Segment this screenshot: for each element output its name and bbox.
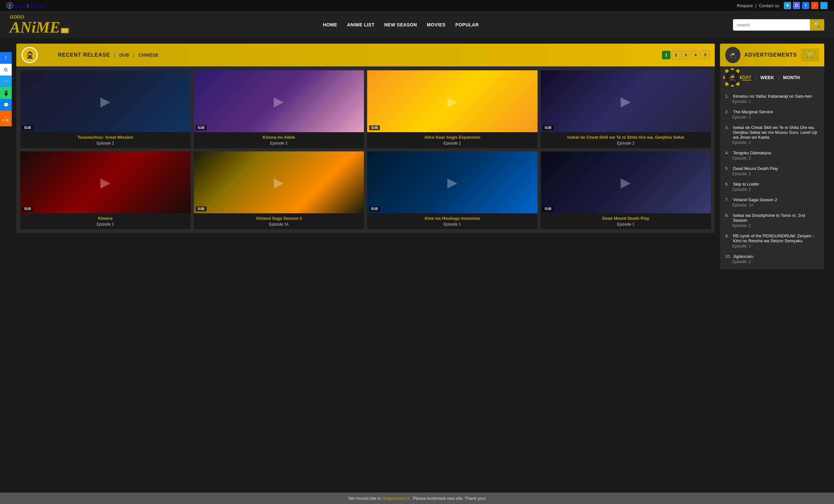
anime-episode: Episode 1 bbox=[541, 222, 711, 229]
pop-item-number: 10. bbox=[725, 254, 732, 259]
anime-card[interactable]: ▶ SUB Vinland Saga Season 2 Episode 14 bbox=[194, 152, 364, 229]
thumb-placeholder: ▶ bbox=[447, 175, 457, 190]
pop-item-title[interactable]: Vinland Saga Season 2 bbox=[733, 197, 777, 202]
list-item: 9. RE:cycle of the PENGUINDRUM: Zenpen -… bbox=[725, 231, 819, 251]
pop-item-title[interactable]: RE:cycle of the PENGUINDRUM: Zenpen - Ki… bbox=[733, 233, 819, 243]
pop-item-number: 7. bbox=[725, 197, 732, 202]
pop-item-header: 6. Skip to Loafer bbox=[725, 182, 819, 187]
search-button[interactable]: 🔍 bbox=[810, 19, 824, 30]
nav-animelist[interactable]: ANIME LIST bbox=[347, 22, 374, 27]
facebook-icon[interactable]: f bbox=[802, 2, 809, 9]
pop-item-header: 4. Tengoku Daimakyou bbox=[725, 151, 819, 155]
ads-mascot: 🥷 bbox=[725, 47, 741, 63]
pop-item-episode: Episode: 14 bbox=[732, 203, 753, 207]
main-nav: HOME ANIME LIST NEW SEASON MOVIES POPULA… bbox=[323, 22, 479, 27]
signup-link[interactable]: Sign up bbox=[30, 3, 45, 8]
right-panel: 🥷 ADVERTISEMENTS ⚔️ 🥷 DAY | WEEK | MONTH bbox=[720, 44, 824, 270]
twitter-icon[interactable]: 🐦 bbox=[820, 2, 828, 9]
pop-item-number: 1. bbox=[725, 94, 732, 99]
tab-week[interactable]: WEEK bbox=[760, 75, 774, 80]
tab-chinese[interactable]: CHINESE bbox=[138, 52, 158, 58]
anime-thumbnail: ▶ SUB bbox=[20, 70, 191, 132]
pagination: 1 2 3 4 5 bbox=[662, 51, 709, 59]
anime-episode: Episode 2 bbox=[367, 141, 537, 148]
anime-title: Vinland Saga Season 2 bbox=[194, 213, 364, 222]
whatsapp-sidebar-icon[interactable]: 📱 bbox=[0, 87, 12, 99]
popularity-section: 🥷 DAY | WEEK | MONTH 1. Kimetsu no Yaiba… bbox=[720, 66, 824, 270]
pop-item-title[interactable]: Tengoku Daimakyou bbox=[733, 151, 771, 155]
pop-item-episode: Episode: 1 bbox=[732, 244, 751, 248]
list-item: 7. Vinland Saga Season 2 Episode: 14 bbox=[725, 195, 819, 210]
divider1: | bbox=[114, 52, 115, 58]
telegram-icon[interactable]: ✈ bbox=[784, 2, 791, 9]
thumb-placeholder: ▶ bbox=[100, 175, 110, 190]
tab-day[interactable]: DAY bbox=[742, 74, 751, 81]
reddit-icon[interactable]: r bbox=[811, 2, 818, 9]
pop-item-title[interactable]: Isekai wa Smartphone to Tomo ni. 2nd Sea… bbox=[733, 213, 819, 223]
logo[interactable]: GOGO ANiME TV bbox=[10, 14, 69, 35]
page-3[interactable]: 3 bbox=[682, 51, 690, 59]
thumb-placeholder: ▶ bbox=[621, 94, 631, 109]
separator: | bbox=[27, 3, 28, 8]
pop-item-episode: Episode: 2 bbox=[732, 187, 751, 192]
nav-newseason[interactable]: NEW SEASON bbox=[385, 22, 417, 27]
share-sidebar-item[interactable]: + 6.3K bbox=[0, 111, 12, 126]
pop-item-episode-wrapper: Episode: 1 bbox=[725, 171, 819, 176]
thumb-placeholder: ▶ bbox=[273, 94, 284, 109]
sub-badge: SUB bbox=[22, 206, 33, 211]
page-2[interactable]: 2 bbox=[672, 51, 680, 59]
list-item: 1. Kimetsu no Yaiba: Katanakaji no Sato-… bbox=[725, 91, 819, 107]
share-count: 6.3K bbox=[3, 118, 9, 122]
contact-link[interactable]: Contact us bbox=[759, 3, 779, 8]
anime-thumbnail: ▶ SUB bbox=[20, 152, 191, 213]
pop-item-header: 8. Isekai wa Smartphone to Tomo ni. 2nd … bbox=[725, 213, 819, 223]
facebook-sidebar-icon[interactable]: f bbox=[0, 52, 12, 64]
pop-item-title[interactable]: Jigokuraku bbox=[733, 254, 753, 259]
nav-movies[interactable]: MOVIES bbox=[427, 22, 445, 27]
popularity-tabs: DAY | WEEK | MONTH bbox=[742, 74, 800, 81]
anime-title: Isekai de Cheat Skill wo Te ni Shita Ore… bbox=[541, 132, 711, 141]
request-link[interactable]: Request bbox=[737, 3, 752, 8]
pop-item-episode: Episode: 1 bbox=[732, 99, 751, 104]
pop-item-episode-wrapper: Episode: 2 bbox=[725, 155, 819, 161]
anime-thumbnail: ▶ SUB bbox=[194, 70, 364, 132]
search-input[interactable] bbox=[733, 20, 810, 30]
anime-card[interactable]: ▶ SUB Isekai de Cheat Skill wo Te ni Shi… bbox=[541, 70, 711, 148]
anime-card[interactable]: ▶ SUB Kimi wa Houkago Insomnia Episode 1 bbox=[367, 152, 537, 229]
pop-divider2: | bbox=[778, 75, 779, 80]
twitter-sidebar-icon[interactable]: 🐦 bbox=[0, 75, 12, 87]
page-5[interactable]: 5 bbox=[701, 51, 709, 59]
user-icon: 👤 bbox=[6, 2, 13, 9]
discord-icon[interactable]: D bbox=[793, 2, 800, 9]
pop-item-episode-wrapper: Episode: 2 bbox=[725, 140, 819, 145]
pop-item-title[interactable]: Dead Mount Death Play bbox=[733, 166, 778, 171]
anime-episode: Episode 2 bbox=[20, 141, 191, 148]
popularity-header: 🥷 DAY | WEEK | MONTH bbox=[720, 66, 824, 89]
tab-dub[interactable]: DUB bbox=[119, 52, 129, 58]
pop-item-title[interactable]: Isekai de Cheat Skill wo Te ni Shita Ore… bbox=[733, 125, 819, 140]
pop-item-title[interactable]: Skip to Loafer bbox=[733, 182, 759, 187]
tab-month[interactable]: MONTH bbox=[783, 75, 800, 80]
login-link[interactable]: Login bbox=[15, 3, 25, 8]
google-sidebar-icon[interactable]: G bbox=[0, 64, 12, 75]
pop-item-episode-wrapper: Episode: 1 bbox=[725, 243, 819, 248]
pop-item-header: 2. The Marginal Service bbox=[725, 109, 819, 114]
pop-item-episode: Episode: 2 bbox=[732, 156, 751, 161]
nav-popular[interactable]: POPULAR bbox=[456, 22, 479, 27]
header-mascot: 🥷 bbox=[22, 47, 38, 63]
anime-card[interactable]: ▶ SUB Alice Gear Aegis Expansion Episode… bbox=[367, 70, 537, 148]
pop-item-title[interactable]: The Marginal Service bbox=[733, 109, 773, 114]
anime-card[interactable]: ▶ SUB Kizuna no Allele Episode 2 bbox=[194, 70, 364, 148]
nav-home[interactable]: HOME bbox=[323, 22, 337, 27]
anime-title: Kizuna no Allele bbox=[194, 132, 364, 141]
anime-card[interactable]: ▶ SUB Tousouchuu: Great Mission Episode … bbox=[20, 70, 191, 148]
page-1[interactable]: 1 bbox=[662, 51, 671, 59]
sub-badge: SUB bbox=[369, 206, 380, 211]
header: GOGO ANiME TV HOME ANIME LIST NEW SEASON… bbox=[0, 11, 834, 39]
anime-card[interactable]: ▶ SUB Dead Mount Death Play Episode 1 bbox=[541, 152, 711, 229]
anime-card[interactable]: ▶ SUB Kimera Episode 1 bbox=[20, 152, 191, 229]
messenger-sidebar-icon[interactable]: 💬 bbox=[0, 99, 12, 111]
pop-item-number: 6. bbox=[725, 182, 732, 187]
page-4[interactable]: 4 bbox=[691, 51, 700, 59]
pop-item-title[interactable]: Kimetsu no Yaiba: Katanakaji no Sato-hen bbox=[733, 94, 812, 99]
